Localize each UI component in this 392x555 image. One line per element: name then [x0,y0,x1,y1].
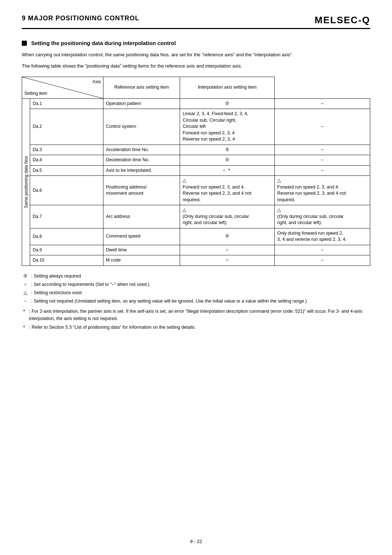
legend-item: –: Setting not required (Unrelated setti… [22,297,370,305]
row-item: Positioning address/ movement amount [103,176,180,205]
ref-value: ○ ＊ [180,165,274,176]
table-row: Da.4Deceleration time No.⑤– [22,155,370,166]
interp-value: △ Forward run speed 2, 3, and 4. Reverse… [274,176,370,205]
chapter-title: 9 MAJOR POSITIONING CONTROL [22,15,139,22]
ref-value: △ Forward run speed 2, 3, and 4. Reverse… [180,176,274,205]
table-row: Da.10M code○– [22,255,370,266]
interp-value: – [274,255,370,266]
interp-value: – [274,165,370,176]
ref-value: ⑤ [180,98,274,109]
row-item: Control system [103,109,180,145]
row-item: Arc address [103,205,180,228]
table-row: Da.3Acceleration time No.⑤– [22,145,370,155]
legend-item: ○: Set according to requirements (Set to… [22,281,370,288]
ref-value: ⑤ [180,145,274,155]
page-container: 9 MAJOR POSITIONING CONTROL MELSEC-Q Set… [0,0,392,555]
footnote-text: : Refer to Section 5.3 "List of position… [29,324,196,331]
footnote-symbol: ＊ [22,324,28,331]
page-header: 9 MAJOR POSITIONING CONTROL MELSEC-Q [22,15,370,29]
footnotes-section: ＊: For 2-axis interpolation, the partner… [22,308,370,331]
interp-value: – [274,245,370,255]
table-body: Same positioning data NosDa.1Operation p… [22,98,370,266]
table-row: Da.5Axis to be interpolated.○ ＊– [22,165,370,176]
table-row: Da.6Positioning address/ movement amount… [22,176,370,205]
table-row: Same positioning data NosDa.1Operation p… [22,98,370,109]
section-title: Setting the positioning data during inte… [22,40,370,46]
legend-text: : Set according to requirements (Set to … [31,281,150,288]
ref-value: ⑤ [180,228,274,245]
legend-item: △: Setting restrictions exist [22,289,370,297]
row-id: Da.1 [30,98,103,109]
legend-text: : Setting restrictions exist [31,289,82,297]
row-id: Da.5 [30,165,103,176]
legend-item: ⑤: Setting always required [22,272,370,280]
axis-label: Axis [93,79,101,85]
row-item: Command speed [103,228,180,245]
setting-item-label: Setting item [24,90,47,97]
footnote-item: ＊: For 2-axis interpolation, the partner… [22,308,370,322]
row-item: M code [103,255,180,266]
table-row: Da.9Dwell time○– [22,245,370,255]
interp-value: △ (Only during circular sub, circular ri… [274,205,370,228]
section-icon [22,41,27,46]
legend-section: ⑤: Setting always required○: Set accordi… [22,272,370,305]
ref-value: Linear 2, 3, 4, Fixed-feed 2, 3, 4, Circ… [180,109,274,145]
data-table-wrap: Axis Setting item Reference axis setting… [22,77,370,266]
legend-symbol: △ [22,289,29,297]
row-item: Acceleration time No. [103,145,180,155]
footnote-text: : For 2-axis interpolation, the partner … [29,308,370,322]
intro-para-2: The following table shows the "positioni… [22,62,370,70]
interp-value: – [274,155,370,166]
row-id: Da.7 [30,205,103,228]
row-id: Da.9 [30,245,103,255]
legend-text: : Setting always required [31,272,81,280]
table-row: Da.7Arc address△ (Only during circular s… [22,205,370,228]
interp-value: Only during forward run speed 2, 3, 4 an… [274,228,370,245]
footnote-item: ＊: Refer to Section 5.3 "List of positio… [22,324,370,331]
row-id: Da.4 [30,155,103,166]
row-item: Dwell time [103,245,180,255]
table-row: Da.8Command speed⑤Only during forward ru… [22,228,370,245]
row-item: Axis to be interpolated. [103,165,180,176]
footnote-symbol: ＊ [22,308,28,315]
ref-value: △ (Only during circular sub, circular ri… [180,205,274,228]
interp-value: – [274,98,370,109]
interp-value: – [274,145,370,155]
interp-axis-header: Interpolation axis setting item [180,77,274,98]
ref-value: ○ [180,255,274,266]
interp-value: – [274,109,370,145]
row-item: Operation pattern [103,98,180,109]
row-id: Da.10 [30,255,103,266]
legend-symbol: – [22,297,29,305]
row-item: Deceleration time No. [103,155,180,166]
ref-value: ○ [180,245,274,255]
sideways-label-cell: Same positioning data Nos [22,98,30,266]
legend-symbol: ⑤ [22,272,29,280]
brand-title: MELSEC-Q [315,15,370,26]
legend-text: : Setting not required (Unrelated settin… [31,297,307,305]
positioning-table: Axis Setting item Reference axis setting… [22,77,370,266]
row-id: Da.2 [30,109,103,145]
row-id: Da.8 [30,228,103,245]
table-header-row: Axis Setting item Reference axis setting… [22,77,370,98]
page-number: 9 - 22 [190,539,202,544]
table-row: Da.2Control systemLinear 2, 3, 4, Fixed-… [22,109,370,145]
row-id: Da.6 [30,176,103,205]
legend-symbol: ○ [22,281,29,288]
diagonal-header-cell: Axis Setting item [22,77,103,98]
ref-value: ⑤ [180,155,274,166]
intro-para-1: When carrying out interpolation control,… [22,51,370,59]
ref-axis-header: Reference axis setting item [103,77,180,98]
row-id: Da.3 [30,145,103,155]
